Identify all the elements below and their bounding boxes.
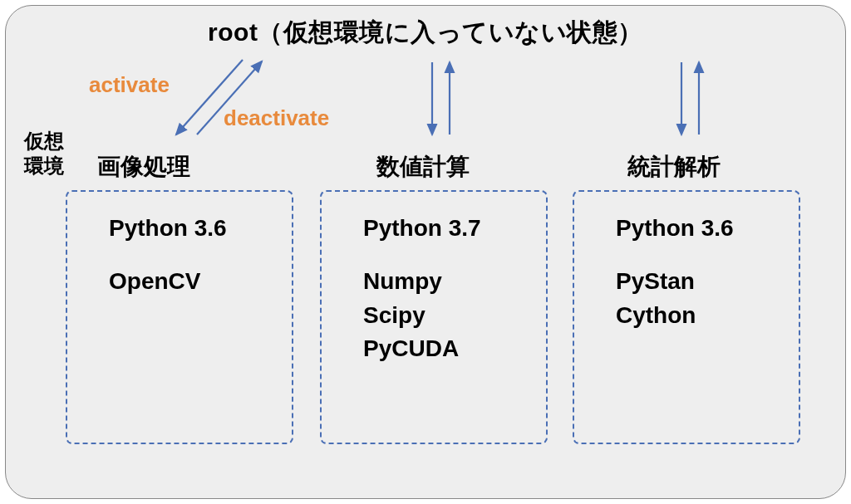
side-label: 仮想 環境 — [24, 129, 64, 179]
env-2-pkg-1: Scipy — [363, 302, 426, 328]
env-3-pkg-1: Cython — [616, 302, 696, 328]
svg-line-0 — [176, 60, 243, 135]
arrow-pair-env2 — [421, 56, 463, 143]
env-box-2: Python 3.7 Numpy Scipy PyCUDA — [320, 190, 548, 444]
env-label-3: 統計解析 — [627, 151, 721, 183]
env-2-pkg-2: PyCUDA — [363, 335, 459, 361]
env-3-pkg-0: PyStan — [616, 268, 695, 294]
env-box-3: Python 3.6 PyStan Cython — [573, 190, 800, 444]
env-3-packages: PyStan Cython — [616, 265, 779, 332]
env-1-python: Python 3.6 — [109, 215, 272, 242]
svg-line-1 — [197, 61, 262, 135]
env-1-packages: OpenCV — [109, 265, 272, 299]
arrow-pair-env3 — [671, 56, 712, 143]
env-2-python: Python 3.7 — [363, 215, 526, 242]
env-3-python: Python 3.6 — [616, 215, 779, 242]
env-label-2: 数値計算 — [376, 151, 470, 183]
root-title: root（仮想環境に入っていない状態） — [6, 16, 845, 50]
env-box-1: Python 3.6 OpenCV — [66, 190, 293, 444]
env-1-pkg-0: OpenCV — [109, 268, 200, 294]
env-2-packages: Numpy Scipy PyCUDA — [363, 265, 526, 366]
diagram-container: root（仮想環境に入っていない状態） 仮想 環境 activate deact… — [5, 5, 846, 499]
side-label-line1: 仮想 — [24, 130, 64, 152]
arrow-pair-env1 — [164, 51, 272, 147]
env-2-pkg-0: Numpy — [363, 268, 442, 294]
activate-label: activate — [89, 72, 170, 98]
side-label-line2: 環境 — [24, 154, 64, 177]
env-label-1: 画像処理 — [97, 151, 190, 183]
